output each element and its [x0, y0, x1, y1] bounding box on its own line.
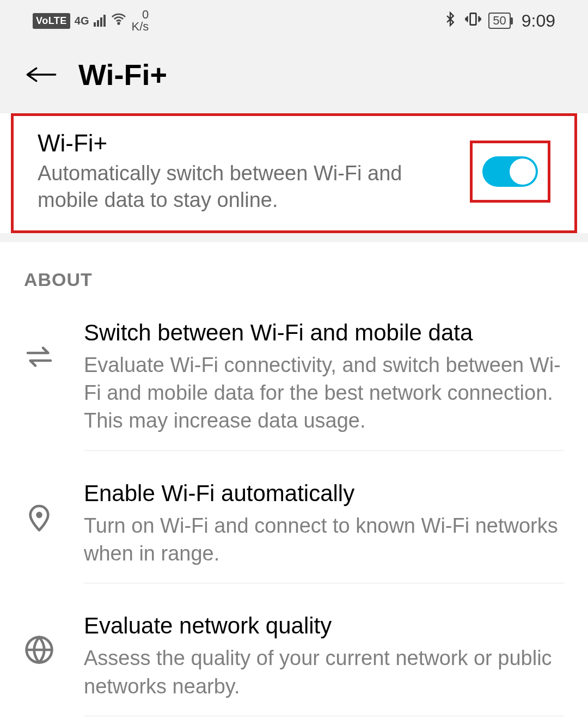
about-section-header: ABOUT [0, 242, 588, 307]
globe-icon [24, 613, 54, 665]
wifi-icon [110, 10, 127, 32]
vibrate-icon [464, 10, 482, 32]
location-pin-icon [24, 480, 54, 533]
bluetooth-icon [443, 9, 458, 33]
wifi-plus-toggle-row: Wi-Fi+ Automatically switch between Wi-F… [11, 113, 577, 233]
about-item-description: Turn on Wi-Fi and connect to known Wi-Fi… [84, 512, 564, 568]
svg-point-0 [118, 22, 119, 24]
wifi-plus-toggle-title: Wi-Fi+ [38, 130, 448, 157]
about-item-text: Enable Wi-Fi automatically Turn on Wi-Fi… [84, 480, 564, 584]
app-header: Wi-Fi+ [0, 41, 588, 113]
clock: 9:09 [522, 11, 555, 31]
about-item-title: Evaluate network quality [84, 613, 564, 639]
data-rate-unit: K/s [132, 21, 149, 33]
about-item-text: Evaluate network quality Assess the qual… [84, 613, 564, 716]
wifi-plus-info: Wi-Fi+ Automatically switch between Wi-F… [38, 130, 470, 214]
battery-level: 50 [488, 13, 510, 29]
about-item-title: Enable Wi-Fi automatically [84, 480, 564, 507]
data-rate-value: 0 [132, 9, 149, 21]
status-left: VoLTE 4G 0 K/s [33, 9, 149, 33]
data-rate: 0 K/s [132, 9, 149, 33]
about-item-description: Evaluate Wi-Fi connectivity, and switch … [84, 351, 564, 435]
back-button[interactable] [26, 59, 57, 90]
about-item-evaluate: Evaluate network quality Assess the qual… [0, 600, 588, 719]
svg-point-2 [38, 513, 41, 517]
status-bar: VoLTE 4G 0 K/s 50 9:09 [0, 0, 588, 41]
page-title: Wi-Fi+ [78, 58, 167, 92]
toggle-knob [510, 159, 536, 185]
swap-icon [24, 320, 54, 372]
about-item-enable: Enable Wi-Fi automatically Turn on Wi-Fi… [0, 467, 588, 600]
svg-rect-1 [470, 13, 476, 25]
about-item-text: Switch between Wi-Fi and mobile data Eva… [84, 320, 564, 451]
volte-badge: VoLTE [33, 13, 70, 29]
wifi-plus-toggle[interactable] [482, 156, 538, 187]
signal-bars-icon [94, 15, 106, 27]
about-item-title: Switch between Wi-Fi and mobile data [84, 320, 564, 346]
wifi-plus-toggle-description: Automatically switch between Wi-Fi and m… [38, 160, 448, 214]
about-item-switch: Switch between Wi-Fi and mobile data Eva… [0, 307, 588, 467]
status-right: 50 9:09 [443, 9, 555, 33]
section-divider [0, 233, 588, 242]
network-type-label: 4G [75, 15, 89, 27]
wifi-plus-toggle-highlight [470, 141, 550, 203]
about-item-description: Assess the quality of your current netwo… [84, 644, 564, 700]
